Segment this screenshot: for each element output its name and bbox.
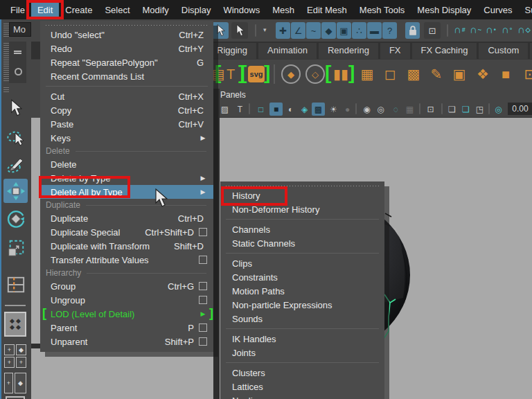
xray-icon[interactable]: ❏ <box>445 103 459 116</box>
lock-button[interactable] <box>405 22 420 39</box>
svg-tool-icon[interactable]: svg <box>246 64 267 85</box>
extrude-icon[interactable]: ▣ <box>449 64 470 85</box>
gear-icon[interactable] <box>15 68 22 76</box>
exposure-icon[interactable]: ◎ <box>492 103 505 116</box>
menu-modify[interactable]: Modify <box>136 1 175 19</box>
drag-grip[interactable] <box>3 24 9 37</box>
menu-item-ik-handles[interactable]: IK Handles <box>220 332 384 346</box>
menu-edit[interactable]: Edit <box>31 1 59 19</box>
pane-divider-vertical[interactable] <box>213 89 220 399</box>
shelf-tab-fx[interactable]: FX <box>380 43 410 59</box>
flatten-icon[interactable]: ❖ <box>472 64 493 85</box>
menu-file[interactable]: File <box>4 1 31 19</box>
menu-item-sounds[interactable]: Sounds <box>220 312 384 326</box>
menu-item-nonlinears[interactable]: Nonlinears <box>220 393 384 399</box>
snap-move-button[interactable]: ✚ <box>276 22 290 39</box>
menu-item-non-deformer-history[interactable]: Non-Deformer History <box>220 202 384 216</box>
separate-icon[interactable]: ◇ <box>305 64 326 85</box>
menu-item-channels[interactable]: Channels <box>220 222 384 236</box>
shelf-tab-animation[interactable]: Animation <box>258 43 317 59</box>
snap-angle-button[interactable]: ∠ <box>291 22 305 39</box>
snap-to-curve-icon[interactable]: ∩~ <box>470 24 481 35</box>
snap-curve-button[interactable]: ~ <box>306 22 321 39</box>
reduce-grid-icon[interactable]: ▩ <box>403 64 424 85</box>
outliner-layout-button[interactable] <box>5 396 26 399</box>
menu-item-duplicate-with-transform[interactable]: Duplicate with TransformShift+D <box>40 239 213 253</box>
textured-half-icon[interactable]: ◐ <box>284 103 297 116</box>
scale-tool[interactable] <box>5 237 26 258</box>
textured-icon[interactable]: ▩ <box>312 103 325 116</box>
menu-item-undo-select-[interactable]: Undo "select"Ctrl+Z <box>40 28 213 42</box>
menu-item-lod-level-of-detail-[interactable]: []LOD (Level of Detail)▶ <box>40 307 213 321</box>
render-clapper-button[interactable]: ▬ <box>367 22 382 39</box>
snap-to-point-icon[interactable]: ∩• <box>486 24 496 35</box>
snap-cluster-button[interactable]: ∴ <box>352 22 366 39</box>
menu-item-repeat-separatepolygon-[interactable]: Repeat "SeparatePolygon"G <box>40 55 213 69</box>
select-tool[interactable] <box>5 97 26 118</box>
menu-item-cut[interactable]: CutCtrl+X <box>40 89 213 103</box>
panels-menu[interactable]: Panels <box>220 90 246 100</box>
menu-mesh[interactable]: Mesh <box>266 1 301 19</box>
option-box-icon[interactable] <box>199 323 207 332</box>
tear-off-handle[interactable] <box>226 186 379 186</box>
lasso-tool[interactable] <box>5 126 26 148</box>
four-pane-layout-button[interactable]: +◆++ <box>4 344 26 368</box>
shelf-tab-fx-caching[interactable]: FX Caching <box>412 43 477 59</box>
menu-mesh-tools[interactable]: Mesh Tools <box>353 1 411 19</box>
shelf-tab-rigging[interactable]: Rigging <box>208 43 256 59</box>
menu-item-joints[interactable]: Joints <box>220 346 384 360</box>
onion-skin-icon[interactable]: ◎ <box>374 103 387 116</box>
menu-item-static-channels[interactable]: Static Channels <box>220 236 384 250</box>
menu-item-delete-all-by-type[interactable]: Delete All by Type▶ <box>40 185 213 199</box>
grid-off-icon[interactable]: ▦ <box>403 103 416 116</box>
menu-surfaces[interactable]: Surfaces <box>519 1 532 19</box>
multi-cut-icon[interactable]: ✎ <box>426 64 447 85</box>
menu-icon[interactable] <box>14 51 21 52</box>
rotate-tool[interactable] <box>5 208 26 229</box>
menu-mesh-display[interactable]: Mesh Display <box>411 1 477 19</box>
snap-to-grid-icon[interactable]: ∩# <box>454 24 466 35</box>
option-box-icon[interactable] <box>199 256 207 264</box>
menu-item-parent[interactable]: ParentP <box>40 321 213 335</box>
menu-item-non-particle-expressions[interactable]: Non-particle Expressions <box>220 298 384 312</box>
menu-item-keys[interactable]: Keys▶ <box>40 131 213 145</box>
menu-item-clusters[interactable]: Clusters <box>220 366 384 380</box>
move-tool[interactable] <box>3 179 28 203</box>
menu-item-recent-commands-list[interactable]: Recent Commands List <box>40 69 213 83</box>
select-region-icon[interactable]: ⊡ <box>424 103 437 116</box>
isolate-select-icon[interactable]: ◉ <box>360 103 373 116</box>
marquee-select-button[interactable]: ⊡ <box>424 22 441 39</box>
menu-item-paste[interactable]: PasteCtrl+V <box>40 117 213 131</box>
menu-edit-mesh[interactable]: Edit Mesh <box>301 1 353 19</box>
camera-gate-icon[interactable]: ◳ <box>473 103 486 116</box>
menu-item-copy[interactable]: CopyCtrl+C <box>40 103 213 117</box>
snap-diamond-button[interactable]: ◆ <box>321 22 336 39</box>
drag-grip[interactable] <box>3 43 9 82</box>
menu-create[interactable]: Create <box>59 1 98 19</box>
marquee-part-icon[interactable]: ⊡ <box>520 64 532 85</box>
combine-icon[interactable]: ◆ <box>281 64 301 85</box>
option-box-icon[interactable] <box>199 282 207 290</box>
menu-item-history[interactable]: History <box>220 188 384 202</box>
option-box-icon[interactable] <box>199 296 207 304</box>
snap-to-center-icon[interactable]: ∩° <box>502 24 512 35</box>
tear-off-handle[interactable] <box>46 25 208 26</box>
menu-curves[interactable]: Curves <box>477 1 518 19</box>
select-hierarchy-icon[interactable] <box>212 22 229 39</box>
exposure-field[interactable]: 0.00 <box>508 103 532 115</box>
mirror-icon[interactable]: ▮▮ <box>330 64 351 85</box>
menu-item-ungroup[interactable]: Ungroup <box>40 293 213 307</box>
menu-windows[interactable]: Windows <box>217 1 266 19</box>
select-components-icon[interactable] <box>231 22 248 39</box>
menu-set-selector[interactable]: Mo <box>9 22 31 37</box>
image-plane-icon[interactable]: ▨ <box>218 103 231 116</box>
dashed-circle-icon[interactable]: ◌ <box>389 103 402 116</box>
menu-item-delete[interactable]: Delete <box>40 157 213 171</box>
xray-joints-icon[interactable]: ❏ <box>459 103 472 116</box>
menu-item-constraints[interactable]: Constraints <box>220 270 384 284</box>
cube-icon[interactable]: ■ <box>495 64 516 85</box>
option-box-icon[interactable] <box>199 337 207 346</box>
menu-item-lattices[interactable]: Lattices <box>220 380 384 393</box>
menu-item-transfer-attribute-values[interactable]: Transfer Attribute Values <box>40 253 213 267</box>
viewport-bottom-left[interactable] <box>31 348 213 399</box>
